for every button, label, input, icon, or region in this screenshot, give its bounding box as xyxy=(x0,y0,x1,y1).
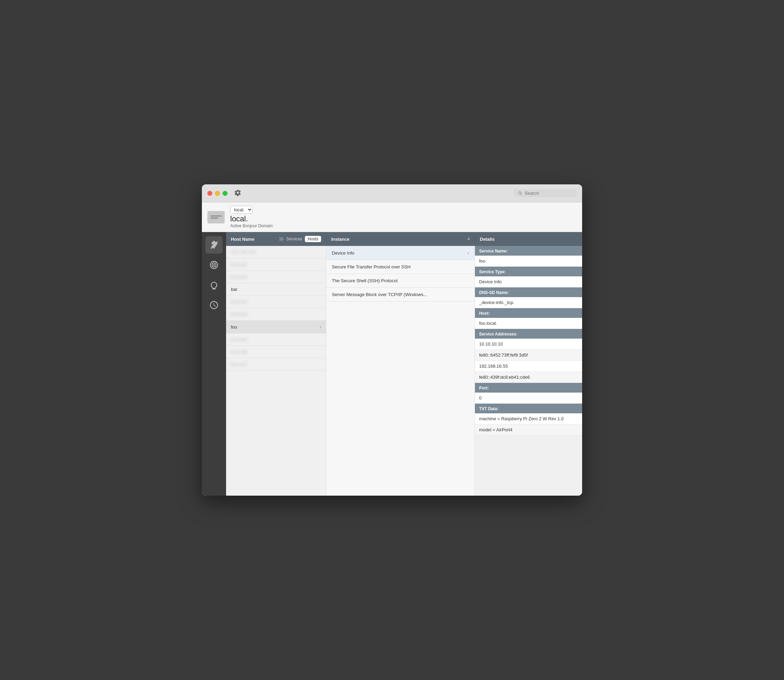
hosts-column-header: Host Name 10 Services Hosts xyxy=(226,236,326,242)
host-item[interactable]: 192.168.100 xyxy=(226,246,326,258)
instance-column: Device Info›Secure File Transfer Protoco… xyxy=(326,246,475,496)
host-name-blurred: blurred5 xyxy=(231,337,248,342)
detail-section-label: TXT Data: xyxy=(479,406,498,411)
detail-value: foo xyxy=(475,256,582,267)
monitor-icon xyxy=(209,280,219,290)
icon-line-2 xyxy=(211,217,218,219)
zoom-button[interactable] xyxy=(223,191,228,196)
host-item[interactable]: foo› xyxy=(226,321,326,334)
sidebar-item-monitor[interactable] xyxy=(205,276,223,294)
instance-count: 4 xyxy=(467,236,470,241)
hosts-tab[interactable]: Hosts xyxy=(305,236,321,242)
instance-name: Device Info xyxy=(332,250,354,256)
detail-value: foo.local. xyxy=(475,318,582,329)
bonjour-icon xyxy=(209,260,219,270)
instance-item[interactable]: The Secure Shell (SSH) Protocol xyxy=(326,274,474,288)
domain-info: local. local. Active Bonjour Domain: xyxy=(230,206,273,228)
main-content: Host Name 10 Services Hosts Instance 4 D… xyxy=(202,232,582,496)
detail-section-label: Port: xyxy=(479,386,489,390)
host-item[interactable]: blurred3 xyxy=(226,296,326,308)
host-name-blurred: blurred2 xyxy=(231,274,248,279)
instance-item[interactable]: Secure File Transfer Protocol over SSH xyxy=(326,260,474,274)
gear-icon xyxy=(234,189,241,196)
search-icon xyxy=(518,191,523,196)
clock-icon xyxy=(209,300,219,310)
detail-value: 0 xyxy=(475,393,582,404)
detail-value: 10.10.10.10 xyxy=(475,338,582,350)
chevron-right-icon: › xyxy=(319,324,321,330)
details-label: Details xyxy=(480,236,495,242)
domain-icon-graphic xyxy=(211,216,222,219)
details-column-header: Details xyxy=(475,236,582,242)
domain-selector: local. xyxy=(230,206,273,214)
titlebar xyxy=(202,184,582,202)
host-item[interactable]: blurred5 xyxy=(226,334,326,346)
instance-item[interactable]: Server Message Block over TCP/IP (Window… xyxy=(326,288,474,302)
detail-value: _device-info._tcp. xyxy=(475,297,582,308)
host-name-blurred: blurred3 xyxy=(231,299,248,304)
icon-line-1 xyxy=(211,216,222,217)
main-window: local. local. Active Bonjour Domain: xyxy=(202,184,582,496)
host-item[interactable]: blurred1 xyxy=(226,258,326,271)
instance-item[interactable]: Device Info› xyxy=(326,246,474,260)
network-icon xyxy=(209,240,219,250)
detail-value: fe80::439f:dc8:eb41:cde6 xyxy=(475,372,582,383)
svg-point-3 xyxy=(213,264,215,266)
detail-section-label: Service Type: xyxy=(479,269,506,274)
search-input[interactable] xyxy=(525,190,573,196)
traffic-lights xyxy=(207,191,228,196)
search-bar[interactable] xyxy=(514,189,577,197)
columns: Host Name 10 Services Hosts Instance 4 D… xyxy=(226,232,582,496)
services-tab[interactable]: Services xyxy=(286,236,302,241)
domain-select[interactable]: local. xyxy=(230,206,253,214)
host-name: bar xyxy=(231,287,237,292)
sidebar-item-clock[interactable] xyxy=(205,296,223,314)
host-name-blurred: blurred4 xyxy=(231,312,248,317)
column-headers: Host Name 10 Services Hosts Instance 4 D… xyxy=(226,232,582,246)
host-name-blurred: blurred1 xyxy=(231,262,248,267)
host-name-blurred: 192.168.100 xyxy=(231,249,256,255)
detail-value: Device Info xyxy=(475,276,582,287)
detail-value: fe80::6452:73ff:fef9:3d5f xyxy=(475,350,582,361)
detail-section-header: TXT Data: xyxy=(475,404,582,413)
host-item[interactable]: blurred7 xyxy=(226,358,326,371)
host-item[interactable]: blurred6 xyxy=(226,346,326,358)
detail-section-header: DNS-SD Name: xyxy=(475,287,582,297)
chevron-right-icon: › xyxy=(467,250,469,256)
host-name-blurred: blurred6 xyxy=(231,349,248,354)
host-item[interactable]: blurred2 xyxy=(226,271,326,283)
svg-rect-1 xyxy=(213,243,215,246)
instance-name: Server Message Block over TCP/IP (Window… xyxy=(332,292,427,297)
domain-icon xyxy=(207,211,225,224)
close-button[interactable] xyxy=(207,191,212,196)
hosts-column: 192.168.100blurred1blurred2barblurred3bl… xyxy=(226,246,326,496)
minimize-button[interactable] xyxy=(215,191,220,196)
detail-section-header: Host: xyxy=(475,308,582,318)
detail-section-header: Service Addresses: xyxy=(475,329,582,338)
three-columns-content: 192.168.100blurred1blurred2barblurred3bl… xyxy=(226,246,582,496)
domain-name: local. xyxy=(230,214,273,224)
detail-value: model = AirPort4 xyxy=(475,424,582,436)
host-name-blurred: blurred7 xyxy=(231,362,248,367)
domain-bar: local. local. Active Bonjour Domain: xyxy=(202,202,582,232)
domain-subtitle: Active Bonjour Domain: xyxy=(230,224,273,228)
svg-point-0 xyxy=(213,241,215,243)
host-name-label: Host Name xyxy=(231,236,255,242)
detail-value: 192.168.16.55 xyxy=(475,361,582,372)
details-column: Service Name:fooService Type:Device Info… xyxy=(475,246,582,496)
instance-name: Secure File Transfer Protocol over SSH xyxy=(332,264,411,269)
sidebar-item-network[interactable] xyxy=(205,236,223,253)
sidebar-item-bonjour[interactable] xyxy=(205,256,223,274)
detail-section-header: Service Name: xyxy=(475,246,582,256)
host-item[interactable]: blurred4 xyxy=(226,308,326,321)
settings-button[interactable] xyxy=(234,189,241,197)
detail-section-header: Service Type: xyxy=(475,267,582,276)
detail-section-header: Port: xyxy=(475,383,582,393)
instance-column-header: Instance 4 xyxy=(326,236,475,242)
host-item[interactable]: bar xyxy=(226,283,326,296)
svg-point-2 xyxy=(213,247,215,249)
instance-name: The Secure Shell (SSH) Protocol xyxy=(332,278,397,283)
detail-value: machine = Raspberry Pi Zero 2 W Rev 1.0 xyxy=(475,413,582,424)
instance-label: Instance xyxy=(331,236,349,242)
detail-section-label: Service Addresses: xyxy=(479,332,517,337)
